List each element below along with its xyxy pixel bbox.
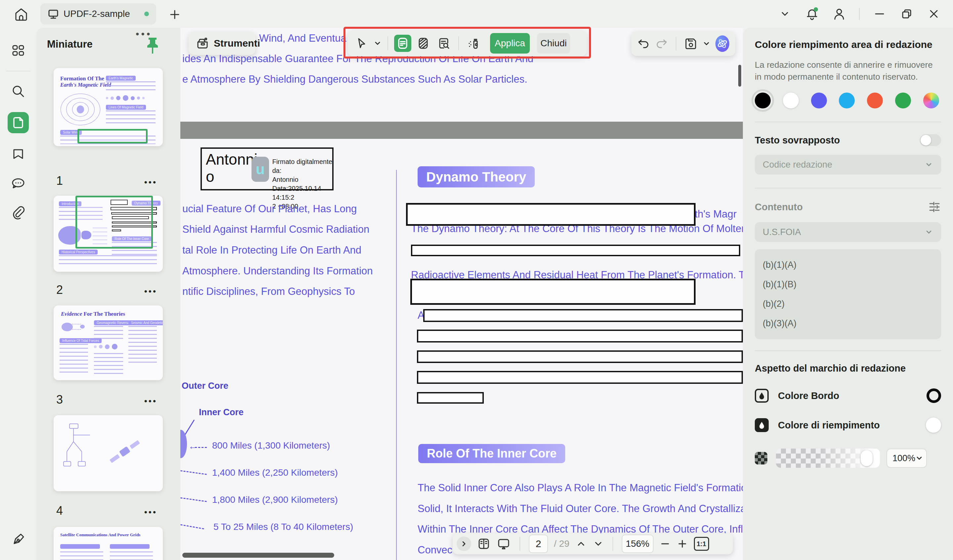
- actual-size-button[interactable]: 1:1: [694, 537, 709, 551]
- account-button[interactable]: [832, 6, 846, 21]
- fill-color-swatch[interactable]: [926, 418, 941, 433]
- thumb2-viewport-rect[interactable]: [76, 196, 153, 249]
- rail-apps-button[interactable]: [8, 40, 29, 62]
- select-tool-button[interactable]: [353, 35, 370, 52]
- thumbnail-page-2[interactable]: Introduction Historical Perspectives Dyn…: [54, 196, 163, 272]
- redaction-box[interactable]: [417, 350, 743, 363]
- overlay-text-toggle[interactable]: [920, 134, 941, 146]
- thumb4-more-button[interactable]: •••: [144, 507, 157, 517]
- document-canvas[interactable]: Wind, And Eventua ides An Indispensable …: [180, 28, 743, 560]
- border-color-swatch[interactable]: [927, 388, 941, 403]
- redaction-box[interactable]: [411, 244, 740, 256]
- thumb3-more-button[interactable]: •••: [144, 396, 157, 406]
- page-number-input[interactable]: 2: [529, 535, 548, 553]
- home-button[interactable]: [12, 6, 30, 23]
- previous-page-button[interactable]: [576, 538, 587, 549]
- zoom-level-input[interactable]: 156%: [622, 535, 653, 553]
- inner-core-line: The Solid Inner Core Also Plays A Role I…: [418, 482, 743, 494]
- thumb2-more-button[interactable]: •••: [144, 286, 157, 297]
- appearance-title: Aspetto del marchio di redazione: [755, 363, 941, 374]
- content-filter-icon[interactable]: [928, 200, 941, 213]
- undo-icon[interactable]: [637, 37, 650, 50]
- updf-ai-button[interactable]: [716, 36, 729, 52]
- thumbnail-page-1[interactable]: Formation Of The Earth's Magnetic Field …: [54, 68, 163, 146]
- thumb1-more-button[interactable]: •••: [144, 177, 157, 187]
- vertical-scrollbar-thumb[interactable]: [738, 65, 741, 87]
- strumenti-button[interactable]: Strumenti: [189, 32, 256, 55]
- next-page-button[interactable]: [593, 538, 604, 549]
- ink-pen-icon: [11, 532, 25, 547]
- close-button[interactable]: [927, 6, 941, 21]
- foia-item[interactable]: (b)(1)(B): [763, 275, 933, 294]
- document-tab[interactable]: UPDF-2-sample: [40, 3, 156, 25]
- opacity-value: 100%: [892, 453, 915, 464]
- applica-button[interactable]: Applica: [490, 33, 530, 54]
- swatch-indigo[interactable]: [811, 93, 827, 108]
- minimize-button[interactable]: [872, 6, 887, 21]
- pin-panel-button[interactable]: [144, 36, 160, 55]
- swatch-custom-rainbow[interactable]: [923, 93, 939, 108]
- horizontal-scrollbar-thumb[interactable]: [182, 553, 334, 558]
- opacity-slider-knob[interactable]: [861, 450, 872, 466]
- page-gap: [180, 122, 743, 139]
- content-standard-dropdown[interactable]: U.S.FOIA: [755, 222, 941, 242]
- expand-bar-button[interactable]: [457, 537, 471, 551]
- swatch-cyan[interactable]: [839, 93, 855, 108]
- page-total-label: / 29: [554, 538, 570, 549]
- search-redact-tool-button[interactable]: [435, 35, 452, 52]
- chevron-down-icon: [925, 228, 933, 237]
- rail-search-button[interactable]: [8, 80, 29, 102]
- sanitize-tool-button[interactable]: [465, 35, 482, 52]
- redaction-code-dropdown[interactable]: Codice redazione: [755, 155, 941, 175]
- overlay-text-label: Testo sovrapposto: [755, 135, 840, 146]
- opacity-slider[interactable]: [776, 449, 880, 468]
- swatch-black[interactable]: [755, 93, 771, 108]
- redaction-box[interactable]: [417, 371, 743, 384]
- notifications-button[interactable]: [805, 6, 819, 21]
- rail-ink-signature-button[interactable]: [8, 529, 29, 550]
- rail-thumbnails-button[interactable]: [8, 112, 29, 133]
- thumbnail-page-3[interactable]: Evidence For The Theories Influence Of T…: [54, 305, 163, 380]
- thumb1-viewport-rect[interactable]: [78, 129, 147, 144]
- rail-attachments-button[interactable]: [8, 202, 29, 223]
- panel-description: La redazione consente di annerire e rimu…: [755, 59, 941, 83]
- redact-fill-tool-button[interactable]: [414, 35, 432, 52]
- redaction-box[interactable]: [417, 392, 484, 404]
- redaction-box[interactable]: [423, 309, 743, 322]
- swatch-green[interactable]: [895, 93, 911, 108]
- page-layout-button[interactable]: [477, 537, 490, 551]
- inner-core-label: Inner Core: [199, 407, 244, 418]
- redo-icon[interactable]: [655, 37, 668, 50]
- redaction-box[interactable]: [406, 203, 695, 226]
- swatch-orange[interactable]: [867, 93, 883, 108]
- save-options-chevron-icon[interactable]: [703, 40, 710, 47]
- mark-redaction-tool-button[interactable]: [394, 35, 411, 52]
- thumbnail-page-4[interactable]: [54, 415, 163, 491]
- digital-signature-field[interactable]: Antonni o u Firmato digitalmente da: Ant…: [200, 147, 334, 190]
- distance-label: 800 Miles (1,300 Kilometers): [212, 440, 330, 451]
- chiudi-button[interactable]: Chiudi: [537, 33, 570, 54]
- rail-bookmarks-button[interactable]: [8, 144, 29, 165]
- redaction-box[interactable]: [417, 330, 743, 342]
- presentation-mode-button[interactable]: [496, 537, 511, 551]
- swatch-white[interactable]: [783, 93, 799, 108]
- zoom-in-button[interactable]: [677, 538, 688, 549]
- thumbnail-page-5[interactable]: Satellite Communications And Power Grids: [54, 527, 163, 560]
- save-icon[interactable]: [684, 37, 697, 50]
- rail-comments-button[interactable]: [8, 173, 29, 194]
- opacity-value-dropdown[interactable]: 100%: [886, 449, 927, 468]
- search-icon: [11, 84, 25, 99]
- maximize-button[interactable]: [899, 6, 914, 21]
- thumb2-badge-4: Historical Perspectives: [59, 250, 98, 255]
- foia-item[interactable]: (b)(3)(A): [763, 314, 933, 333]
- zoom-out-button[interactable]: [660, 538, 671, 549]
- redaction-box[interactable]: [410, 279, 695, 305]
- thumbnails-panel-title: Miniature: [47, 38, 93, 50]
- app-menu-chevron[interactable]: [778, 6, 792, 21]
- select-tool-chevron-icon[interactable]: [374, 39, 382, 47]
- foia-item[interactable]: (b)(1)(A): [763, 255, 933, 275]
- minimize-icon: [874, 8, 886, 20]
- foia-item[interactable]: (b)(2): [763, 294, 933, 314]
- new-tab-button[interactable]: [168, 7, 182, 22]
- chevron-down-icon: [779, 8, 790, 20]
